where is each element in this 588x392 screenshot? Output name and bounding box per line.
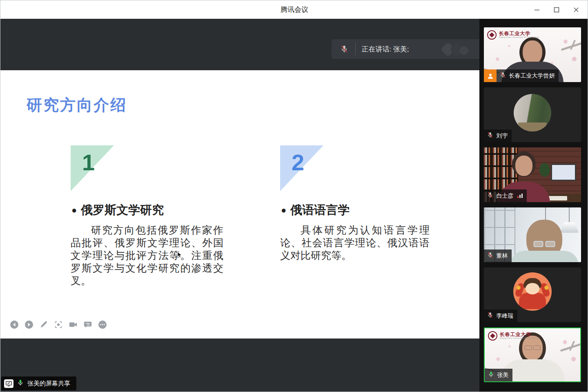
muted-mic-icon: [487, 312, 494, 320]
participant-name: 李峰瑞: [496, 312, 513, 320]
section-2-number-triangle: 2: [280, 145, 323, 191]
participant-tile-donglin[interactable]: 董林: [484, 207, 581, 262]
participant-namebar: 长春工业大学曾妍: [484, 69, 559, 82]
mouse-cursor-icon: [177, 252, 183, 260]
participant-name: 张美: [497, 372, 508, 379]
maximize-icon: [553, 7, 560, 13]
pen-tool-button[interactable]: [39, 320, 48, 329]
bullet-icon: ●: [281, 206, 286, 215]
now-speaking-label: 正在讲话: 张美;: [361, 45, 409, 54]
slide-title: 研究方向介绍: [27, 95, 127, 116]
screen-share-icon: [4, 379, 13, 388]
laser-pointer-button[interactable]: [54, 320, 63, 329]
participant-tile-liuyu[interactable]: 刘宇: [484, 87, 581, 142]
next-slide-button[interactable]: [24, 320, 33, 329]
participant-tile-lifengrui[interactable]: 李峰瑞: [484, 267, 581, 322]
minimize-icon: [534, 7, 540, 13]
muted-mic-icon: [487, 252, 494, 260]
previous-slide-button[interactable]: [10, 320, 19, 329]
close-icon: [573, 7, 579, 13]
section-1-body: 研究方向包括俄罗斯作家作品批评、俄罗斯文学理论、外国文学理论与批评方法等。注重俄…: [71, 224, 223, 287]
section-2-body: 具体研究为认知语言学理论、社会语言学理论、俄汉语语义对比研究等。: [280, 224, 430, 262]
participants-sidebar: 长春工业大学 Chang Chun University Of Technolo…: [479, 19, 588, 392]
tencent-meeting-watermark-icon: [442, 41, 471, 57]
now-speaking-banner: 正在讲话: 张美;: [332, 39, 479, 59]
screen-share-label: 张美的屏幕共享: [27, 380, 70, 388]
window-controls: [529, 0, 584, 19]
presentation-slide: 研究方向介绍 1 ● 俄罗斯文学研究 研究方向包括俄罗斯作家作品批评、俄罗斯文学…: [0, 70, 480, 339]
participant-tile-baishiyan[interactable]: 白士彦: [484, 147, 581, 202]
university-seal-icon: [487, 30, 497, 40]
network-quality-icon: [517, 194, 523, 198]
university-logo: 长春工业大学 Chang Chun University Of Technolo…: [487, 30, 539, 40]
section-1-number: 1: [82, 151, 95, 174]
section-1-number-triangle: 1: [71, 145, 114, 191]
participant-name: 刘宇: [496, 132, 508, 140]
muted-mic-icon: [340, 45, 349, 53]
camera-button[interactable]: [69, 320, 78, 329]
section-2-heading: ● 俄语语言学: [281, 202, 435, 218]
lamp: [560, 207, 579, 233]
minimize-button[interactable]: [529, 2, 545, 17]
meeting-content: 正在讲话: 张美; 研究方向介绍 1 ● 俄罗斯文学研究 研究方向包括俄罗斯作家…: [0, 19, 588, 392]
shared-screen-area: 正在讲话: 张美; 研究方向介绍 1 ● 俄罗斯文学研究 研究方向包括俄罗斯作家…: [0, 19, 479, 392]
host-badge-icon: [484, 69, 497, 82]
participant-name: 白士彦: [496, 192, 513, 200]
participant-namebar: 刘宇: [484, 129, 512, 142]
participant-namebar: 张美: [485, 369, 512, 381]
glasses: [525, 345, 541, 350]
participant-name: 董林: [496, 252, 508, 260]
participant-name: 长春工业大学曾妍: [509, 72, 555, 80]
participant-namebar: 董林: [484, 249, 512, 262]
section-2-number: 2: [292, 151, 304, 174]
participant-tile-zengyan[interactable]: 长春工业大学 Chang Chun University Of Technolo…: [484, 27, 581, 82]
active-mic-icon: [488, 371, 494, 379]
screen-share-status-bar[interactable]: 张美的屏幕共享: [1, 376, 76, 390]
more-options-button[interactable]: [98, 320, 107, 329]
section-1-heading: ● 俄罗斯文学研究: [71, 202, 226, 218]
participant-tile-zhangmei[interactable]: 长春工业大学 Chang Chun University Of Technolo…: [484, 327, 581, 382]
bullet-icon: ●: [71, 206, 77, 215]
university-logo: 长春工业大学 Chang Chun University Of Technolo…: [488, 331, 540, 341]
participant-namebar: 李峰瑞: [484, 310, 517, 322]
muted-mic-icon: [487, 192, 494, 200]
avatar: [513, 272, 552, 311]
muted-mic-icon: [499, 71, 506, 80]
muted-mic-icon: [487, 131, 494, 140]
window-titlebar: 腾讯会议: [0, 0, 588, 19]
active-mic-icon: [17, 379, 24, 388]
maximize-button[interactable]: [548, 2, 565, 17]
glasses: [533, 241, 555, 247]
slide-section-2: 2 ● 俄语语言学 具体研究为认知语言学理论、社会语言学理论、俄汉语语义对比研究…: [280, 145, 435, 262]
comment-button[interactable]: [83, 320, 92, 329]
banner-divider: [355, 43, 356, 55]
participant-namebar: 白士彦: [484, 189, 527, 202]
slide-section-1: 1 ● 俄罗斯文学研究 研究方向包括俄罗斯作家作品批评、俄罗斯文学理论、外国文学…: [71, 145, 226, 287]
window-title: 腾讯会议: [281, 5, 308, 14]
avatar: [514, 94, 551, 131]
close-button[interactable]: [568, 2, 584, 17]
presenter-toolbar: [10, 320, 107, 329]
university-seal-icon: [488, 331, 497, 341]
